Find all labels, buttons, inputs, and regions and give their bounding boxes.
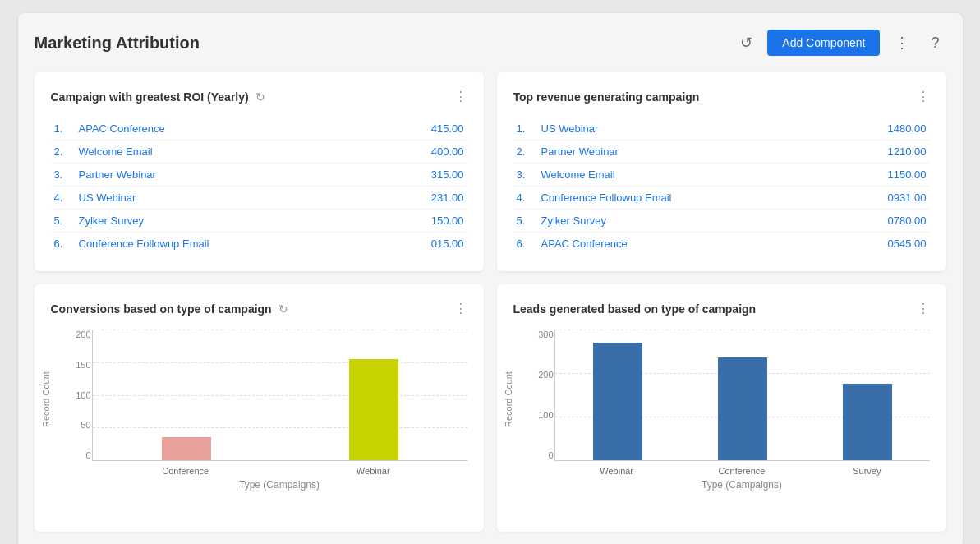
value-cell: 0931.00: [832, 187, 929, 210]
page-title: Marketing Attribution: [35, 34, 200, 53]
name-cell[interactable]: Zylker Survey: [76, 210, 380, 233]
bar-labels-row: WebinarConferenceSurvey: [554, 466, 930, 476]
y-axis: 200150100500: [58, 330, 91, 460]
reload-button[interactable]: ↺: [734, 30, 759, 55]
cards-grid: Campaign with greatest ROI (Yearly) ↻ ⋮ …: [35, 72, 946, 532]
name-cell[interactable]: Welcome Email: [76, 141, 380, 164]
bar: [843, 384, 892, 460]
name-cell[interactable]: Welcome Email: [538, 164, 833, 187]
table-row: 2. Welcome Email 400.00: [51, 141, 467, 164]
rank-cell: 1.: [513, 118, 538, 141]
card-leads-title-area: Leads generated based on type of campaig…: [513, 302, 757, 316]
value-cell: 015.00: [380, 233, 467, 256]
card-revenue-table: 1. US Webinar 1480.00 2. Partner Webinar…: [513, 118, 930, 255]
table-row: 1. APAC Conference 415.00: [51, 118, 467, 141]
y-tick: 200: [76, 330, 90, 339]
rank-cell: 3.: [51, 164, 76, 187]
y-axis-label: Record Count: [504, 394, 513, 427]
table-row: 2. Partner Webinar 1210.00: [513, 141, 930, 164]
rank-cell: 5.: [51, 210, 76, 233]
card-conversions-header: Conversions based on type of campaign ↻ …: [51, 301, 467, 316]
rank-cell: 1.: [51, 118, 76, 141]
more-options-button[interactable]: ⋮: [888, 30, 916, 55]
card-roi-refresh-icon[interactable]: ↻: [255, 90, 265, 104]
chart-area: 3002001000: [554, 330, 930, 461]
name-cell[interactable]: APAC Conference: [76, 118, 380, 141]
bar: [718, 357, 767, 460]
card-revenue-title: Top revenue generating campaign: [513, 90, 700, 104]
card-leads-header: Leads generated based on type of campaig…: [513, 301, 930, 316]
name-cell[interactable]: APAC Conference: [538, 233, 833, 256]
table-row: 4. US Webinar 231.00: [51, 187, 467, 210]
card-revenue: Top revenue generating campaign ⋮ 1. US …: [497, 72, 946, 271]
name-cell[interactable]: Zylker Survey: [538, 210, 833, 233]
value-cell: 315.00: [380, 164, 467, 187]
help-button[interactable]: ?: [924, 31, 945, 55]
header-actions: ↺ Add Component ⋮ ?: [734, 30, 945, 56]
y-tick: 100: [76, 390, 90, 400]
rank-cell: 2.: [51, 141, 76, 164]
card-revenue-header: Top revenue generating campaign ⋮: [513, 89, 930, 104]
name-cell[interactable]: US Webinar: [538, 118, 833, 141]
card-conversions: Conversions based on type of campaign ↻ …: [35, 284, 484, 532]
value-cell: 150.00: [380, 210, 467, 233]
rank-cell: 4.: [513, 187, 538, 210]
value-cell: 0545.00: [832, 233, 929, 256]
y-tick: 100: [538, 410, 553, 420]
bars-container: [93, 330, 467, 460]
y-axis-label: Record Count: [41, 394, 51, 427]
card-conversions-more-button[interactable]: ⋮: [454, 301, 467, 316]
bar-column: [843, 330, 892, 460]
chart-area: 200150100500: [92, 330, 467, 461]
value-cell: 1480.00: [832, 118, 929, 141]
card-roi-table: 1. APAC Conference 415.00 2. Welcome Ema…: [51, 118, 467, 255]
bar-column: [349, 330, 398, 460]
y-axis: 3002001000: [521, 330, 554, 460]
card-revenue-title-area: Top revenue generating campaign: [513, 90, 700, 104]
bar-label: Webinar: [340, 466, 406, 476]
conversions-chart: Record Count200150100500ConferenceWebina…: [51, 330, 467, 515]
dashboard: Marketing Attribution ↺ Add Component ⋮ …: [18, 13, 963, 544]
bar-label: Conference: [153, 466, 219, 476]
bar-label: Webinar: [584, 466, 650, 476]
name-cell[interactable]: Conference Followup Email: [76, 233, 380, 256]
table-row: 5. Zylker Survey 150.00: [51, 210, 467, 233]
x-axis-label: Type (Campaigns): [554, 479, 930, 491]
card-conversions-title-area: Conversions based on type of campaign ↻: [51, 302, 288, 316]
rank-cell: 4.: [51, 187, 76, 210]
name-cell[interactable]: Partner Webinar: [76, 164, 380, 187]
y-tick: 50: [81, 420, 90, 430]
name-cell[interactable]: US Webinar: [76, 187, 380, 210]
name-cell[interactable]: Conference Followup Email: [538, 187, 833, 210]
y-tick: 150: [76, 360, 90, 370]
rank-cell: 3.: [513, 164, 538, 187]
card-roi-title-area: Campaign with greatest ROI (Yearly) ↻: [51, 90, 265, 104]
bar-column: [162, 330, 211, 460]
value-cell: 415.00: [380, 118, 467, 141]
value-cell: 1210.00: [832, 141, 929, 164]
value-cell: 400.00: [380, 141, 467, 164]
rank-cell: 5.: [513, 210, 538, 233]
add-component-button[interactable]: Add Component: [767, 30, 880, 56]
value-cell: 0780.00: [832, 210, 929, 233]
bar-column: [718, 330, 767, 460]
card-roi-more-button[interactable]: ⋮: [454, 89, 467, 104]
table-row: 6. Conference Followup Email 015.00: [51, 233, 467, 256]
card-revenue-more-button[interactable]: ⋮: [917, 89, 930, 104]
x-axis-label: Type (Campaigns): [92, 479, 467, 491]
table-row: 5. Zylker Survey 0780.00: [513, 210, 930, 233]
y-tick: 200: [538, 370, 553, 380]
name-cell[interactable]: Partner Webinar: [538, 141, 833, 164]
bar: [593, 343, 642, 460]
card-conversions-title: Conversions based on type of campaign: [51, 302, 272, 316]
card-conversions-refresh-icon[interactable]: ↻: [278, 302, 288, 316]
bars-container: [555, 330, 930, 460]
table-row: 3. Partner Webinar 315.00: [51, 164, 467, 187]
card-leads-more-button[interactable]: ⋮: [917, 301, 930, 316]
chart-wrapper: Record Count200150100500ConferenceWebina…: [51, 330, 467, 515]
value-cell: 1150.00: [832, 164, 929, 187]
bar: [349, 359, 398, 460]
bar: [162, 437, 211, 460]
bar-labels-row: ConferenceWebinar: [92, 466, 467, 476]
table-row: 4. Conference Followup Email 0931.00: [513, 187, 930, 210]
